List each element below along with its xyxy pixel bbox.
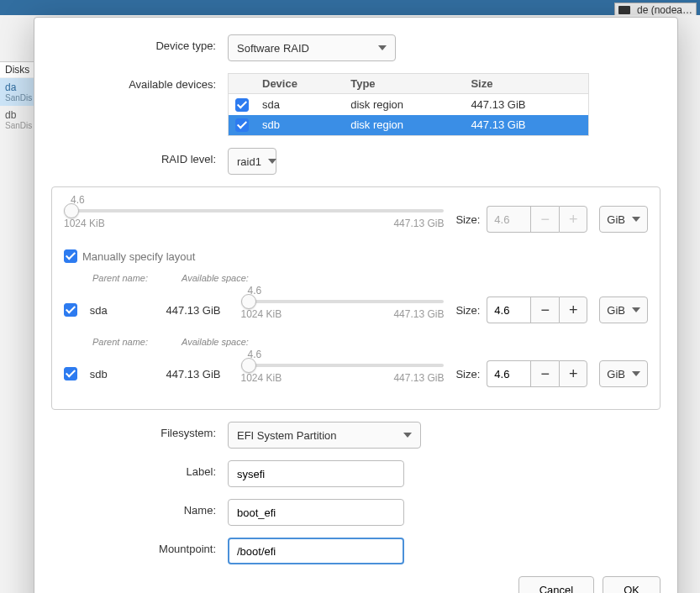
device-row-sda[interactable]: sda disk region 447.13 GiB [229, 94, 589, 115]
chevron-down-icon [632, 217, 640, 222]
chevron-down-icon [268, 159, 276, 164]
layout-space: 447.13 GiB [166, 304, 229, 317]
unit-value: GiB [607, 213, 625, 226]
overall-size-unit[interactable]: GiB [599, 206, 648, 233]
mountpoint-input[interactable] [228, 538, 404, 564]
sidebar-disk-name: db [5, 109, 29, 121]
sidebar-disk-sub: SanDis [5, 93, 29, 102]
size-decrement: − [530, 206, 559, 233]
raid-level-label: RAID level: [51, 148, 228, 165]
layout-size-input-sdb[interactable] [487, 360, 530, 387]
disks-tab[interactable]: Disks [0, 61, 34, 77]
name-field-label: Name: [51, 499, 228, 517]
sidebar-disk-name: da [5, 81, 29, 93]
raid-level-combo[interactable]: raid1 [228, 148, 276, 175]
size-increment[interactable]: + [559, 360, 587, 387]
device-check-sdb[interactable] [235, 118, 249, 132]
layout-size-stepper-sda: − + [487, 296, 587, 323]
filesystem-value: EFI System Partition [237, 429, 336, 442]
available-devices-table: Device Type Size sda disk region 447.13 … [228, 73, 589, 136]
layout-size-stepper-sdb: − + [487, 360, 587, 387]
ok-button[interactable]: OK [603, 576, 661, 593]
size-label: Size: [455, 368, 480, 380]
header-available-space: Available space: [182, 273, 257, 283]
header-parent-name: Parent name: [92, 337, 170, 347]
cancel-button[interactable]: Cancel [518, 576, 594, 593]
manual-layout-checkbox[interactable] [64, 249, 77, 263]
device-type-combo[interactable]: Software RAID [228, 34, 396, 61]
cell-type: disk region [344, 115, 464, 136]
sidebar-disk-sdb[interactable]: db SanDis [0, 106, 34, 134]
slider-thumb[interactable] [64, 203, 79, 218]
name-input[interactable] [228, 499, 404, 526]
unit-value: GiB [607, 368, 625, 380]
layout-row-sdb: sdb 447.13 GiB 4.6 1024 KiB 447.13 GiB S… [64, 347, 648, 401]
overall-size-slider[interactable]: 4.6 1024 KiB 447.13 GiB [64, 196, 444, 243]
slider-min: 1024 KiB [241, 372, 282, 384]
disks-sidebar: da SanDis db SanDis [0, 78, 34, 134]
slider-max: 447.13 GiB [393, 218, 444, 229]
size-increment: + [559, 206, 587, 233]
size-label: Size: [455, 213, 480, 226]
sidebar-disk-sub: SanDis [5, 121, 29, 130]
layout-size-unit-sda[interactable]: GiB [599, 296, 648, 323]
raid-dialog: Device type: Software RAID Available dev… [34, 17, 678, 593]
layout-slider-sda[interactable]: 4.6 1024 KiB 447.13 GiB [241, 286, 445, 333]
layout-parent: sda [90, 304, 155, 317]
size-label: Size: [455, 304, 480, 317]
device-row-sdb[interactable]: sdb disk region 447.13 GiB [229, 115, 589, 136]
filesystem-combo[interactable]: EFI System Partition [228, 422, 421, 449]
chevron-down-icon [632, 371, 640, 376]
mountpoint-label: Mountpoint: [51, 538, 228, 555]
header-parent-name: Parent name: [92, 273, 170, 283]
layout-check-sda[interactable] [64, 303, 77, 317]
layout-size-input-sda[interactable] [487, 296, 530, 323]
layout-slider-sdb[interactable]: 4.6 1024 KiB 447.13 GiB [241, 350, 445, 397]
slider-max: 447.13 GiB [393, 372, 444, 384]
layout-check-sdb[interactable] [64, 367, 77, 380]
size-decrement[interactable]: − [530, 360, 559, 387]
layout-parent: sdb [90, 368, 155, 380]
size-section: 4.6 1024 KiB 447.13 GiB Size: − + GiB [51, 186, 661, 410]
chevron-down-icon [632, 307, 640, 312]
cell-device: sda [255, 94, 344, 115]
slider-min: 1024 KiB [241, 308, 282, 320]
layout-row-sda: sda 447.13 GiB 4.6 1024 KiB 447.13 GiB S… [64, 283, 648, 337]
manual-layout-label: Manually specify layout [82, 250, 195, 263]
layout-grid: Parent name: Available space: sda 447.13… [64, 273, 648, 401]
window-titlebar: de (nodea… [0, 0, 700, 15]
raid-level-value: raid1 [237, 155, 261, 168]
size-decrement[interactable]: − [530, 296, 559, 323]
keyboard-layout-label: de (nodea… [637, 4, 692, 16]
slider-thumb[interactable] [241, 358, 256, 373]
cell-size: 447.13 GiB [464, 115, 588, 136]
layout-space: 447.13 GiB [166, 368, 229, 380]
available-devices-label: Available devices: [51, 73, 228, 91]
filesystem-label: Filesystem: [51, 422, 228, 439]
device-type-label: Device type: [51, 34, 228, 52]
layout-size-unit-sdb[interactable]: GiB [599, 360, 648, 387]
sidebar-disk-sda[interactable]: da SanDis [0, 78, 34, 106]
overall-size-input[interactable] [487, 206, 530, 233]
slider-max: 447.13 GiB [393, 308, 444, 320]
slider-thumb[interactable] [241, 294, 256, 309]
chevron-down-icon [378, 45, 387, 50]
col-size[interactable]: Size [464, 74, 588, 94]
size-increment[interactable]: + [559, 296, 587, 323]
device-type-value: Software RAID [237, 42, 309, 55]
header-available-space: Available space: [182, 337, 257, 347]
device-check-sda[interactable] [235, 98, 249, 112]
overall-size-stepper: − + [487, 206, 587, 233]
slider-min: 1024 KiB [64, 218, 105, 229]
unit-value: GiB [607, 304, 625, 317]
cell-device: sdb [255, 115, 344, 136]
label-input[interactable] [228, 460, 404, 487]
col-device[interactable]: Device [255, 74, 344, 94]
chevron-down-icon [403, 433, 412, 438]
label-field-label: Label: [51, 460, 228, 478]
col-type[interactable]: Type [344, 74, 464, 94]
cell-size: 447.13 GiB [464, 94, 588, 115]
cell-type: disk region [344, 94, 464, 115]
